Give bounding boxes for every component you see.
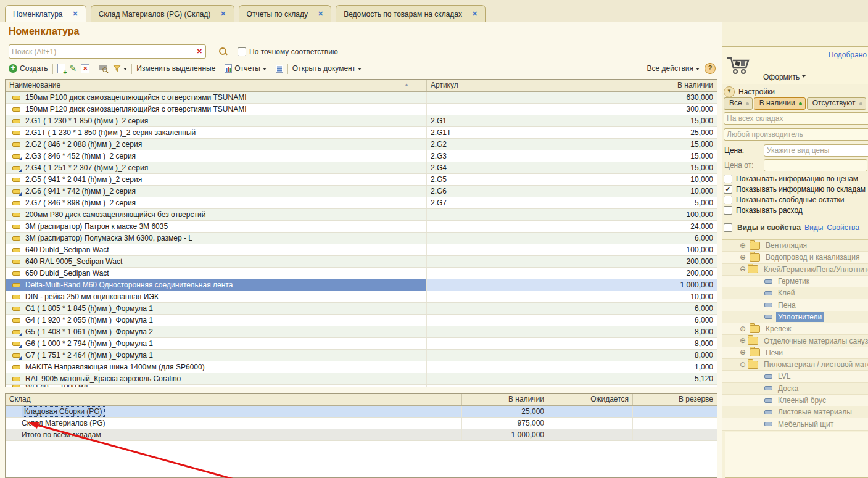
table-row[interactable]: RAL 9005 матовый_Краска аэрозоль Coralin… — [6, 373, 717, 385]
picked-link[interactable]: Подобрано — [829, 51, 867, 59]
delete-button[interactable]: ✕ — [81, 64, 89, 73]
tree-item[interactable]: ⊕Вентиляция — [722, 240, 868, 252]
table-row[interactable]: 200мм P80 диск самозацепляющийся без отв… — [6, 209, 717, 221]
warehouse-row[interactable]: Итого по всем складам1 000,000 — [6, 429, 717, 441]
checkbox[interactable]: ✔ — [724, 185, 732, 194]
column-header-expected[interactable]: Ожидается — [548, 394, 632, 405]
table-row[interactable]: 150мм P100 диск самозацепляющийся с отве… — [6, 92, 717, 104]
tree-item[interactable]: ⊕Водопровод и канализация — [722, 252, 868, 263]
clear-search-icon[interactable]: ✕ — [194, 47, 205, 56]
exact-match-checkbox[interactable] — [238, 47, 246, 56]
search-input[interactable] — [9, 47, 194, 56]
column-header-stock[interactable]: В наличии — [592, 80, 717, 91]
tab-Отчеты по складу[interactable]: Отчеты по складу✕ — [239, 5, 332, 22]
related-list-icon[interactable] — [276, 65, 283, 73]
filter-button-В наличии[interactable]: В наличии — [754, 97, 806, 110]
tree-item[interactable]: Клееный брус — [722, 395, 868, 406]
types-link[interactable]: Виды — [804, 223, 823, 232]
tree-item[interactable]: Уплотнители — [722, 311, 868, 323]
table-row[interactable]: 2.G1 ( 1 230 * 1 850 (h)мм )_2 серия2.G1… — [6, 115, 717, 127]
tree-item[interactable]: ⊕Печи — [722, 347, 868, 359]
table-row[interactable]: G5 ( 1 408 * 1 061 (h)мм )_Формула 28,00… — [6, 326, 717, 338]
collapse-toggle-icon[interactable]: ▼ — [724, 86, 735, 97]
manufacturer-filter-input[interactable] — [724, 128, 868, 141]
close-icon[interactable]: ✕ — [472, 10, 477, 18]
expand-icon[interactable]: ⊕ — [740, 242, 748, 250]
tree-item[interactable]: ⊕Отделочные материалы санузла — [722, 335, 868, 347]
tree-item[interactable]: Доска — [722, 383, 868, 395]
table-row[interactable]: 2.G1T ( 1 230 * 1 850 (h)мм )_2 серия за… — [6, 127, 717, 139]
table-row[interactable]: 2.G7 ( 846 * 898 (h)мм )_2 серия2.G75,00… — [6, 197, 717, 209]
column-header-sku[interactable]: Артикул — [426, 80, 592, 91]
table-row[interactable]: 2.G3 ( 846 * 452 (h)мм )_2 серия2.G315,0… — [6, 150, 717, 162]
help-button[interactable]: ? — [705, 63, 716, 74]
table-row[interactable]: 3М (распиратор) Патрон к маске 3М 603524… — [6, 221, 717, 233]
close-icon[interactable]: ✕ — [318, 10, 323, 18]
properties-link[interactable]: Свойства — [827, 223, 859, 232]
expand-icon[interactable]: ⊕ — [740, 337, 746, 345]
table-row[interactable]: 2.G6 ( 941 * 742 (h)мм )_2 серия2.G610,0… — [6, 186, 717, 197]
tree-item[interactable]: ⊖Пиломатериал / листовой материал — [722, 359, 868, 371]
tree-item[interactable]: ⊖Клей/Герметик/Пена/Уплотнители — [722, 264, 868, 276]
expand-icon[interactable]: ⊕ — [740, 253, 748, 262]
tab-Номенклатура[interactable]: Номенклатура✕ — [5, 5, 86, 22]
column-header-reserved[interactable]: В резерве — [632, 394, 717, 405]
edit-pencil-icon[interactable]: ✎ — [70, 64, 77, 73]
table-row[interactable]: 640 Dubld_Sedipan Wact100,000 — [6, 244, 717, 256]
table-row[interactable]: 2.G5 ( 941 * 2 041 (h)мм )_2 серия2.G510… — [6, 174, 717, 186]
table-row[interactable]: DIN - рейка 250 мм оцинкованная ИЭК10,00… — [6, 291, 717, 303]
types-props-checkbox[interactable] — [724, 223, 732, 232]
filter-button-Все[interactable]: Все — [724, 97, 753, 110]
checkbox[interactable] — [724, 196, 732, 204]
column-header-warehouse[interactable]: Склад — [6, 394, 461, 405]
table-row[interactable]: 2.G4 ( 1 251 * 2 307 (h)мм )_2 серия2.G4… — [6, 162, 717, 174]
barcode-search-icon[interactable] — [99, 64, 109, 73]
table-row[interactable]: G4 ( 1 920 * 2 055 (h)мм )_Формула 16,00… — [6, 315, 717, 326]
tree-item[interactable]: Клей — [722, 287, 868, 299]
tree-item[interactable]: Пена — [722, 299, 868, 311]
checkbox[interactable] — [724, 206, 732, 215]
table-row[interactable]: 150мм P120 диск самозацепляющийся с отве… — [6, 104, 717, 115]
warehouse-row[interactable]: Кладовая Сборки (PG)25,000 — [6, 406, 717, 418]
column-header-stock[interactable]: В наличии — [461, 394, 548, 405]
tab-Ведомость по товарам на складах[interactable]: Ведомость по товарам на складах✕ — [336, 5, 486, 22]
all-actions-button[interactable]: Все действия — [647, 64, 700, 73]
edit-selected-button[interactable]: Изменить выделенные — [136, 64, 215, 73]
table-row[interactable]: 650 Dubld_Sedipan Wact200,000 — [6, 268, 717, 279]
tree-item[interactable]: Мебельный щит — [722, 418, 868, 430]
filter-button[interactable] — [113, 65, 127, 73]
tree-item[interactable]: Листовые материалы — [722, 406, 868, 418]
expand-icon[interactable]: ⊕ — [740, 325, 748, 333]
filter-button-Отсутствуют[interactable]: Отсутствуют — [807, 97, 866, 110]
table-row[interactable]: 640 RAL 9005_Sedipan Wact200,000 — [6, 256, 717, 268]
cart-icon[interactable] — [725, 54, 751, 76]
close-icon[interactable]: ✕ — [73, 10, 78, 18]
tab-Склад Материалов (PG) (Склад)[interactable]: Склад Материалов (PG) (Склад)✕ — [91, 5, 234, 22]
collapse-icon[interactable]: ⊖ — [740, 361, 746, 369]
sort-ascending-icon[interactable]: ▲ — [404, 83, 409, 88]
tree-item[interactable]: ⊕Крепеж — [722, 323, 868, 335]
table-row[interactable]: G1 ( 1 805 * 1 845 (h)мм )_Формула 16,00… — [6, 303, 717, 315]
table-row[interactable]: Delta-Multi-Band M60 Односторонняя соеди… — [6, 279, 717, 291]
table-row[interactable]: G7 ( 1 751 * 2 464 (h)мм )_Формула 18,00… — [6, 350, 717, 361]
table-row[interactable]: G6 ( 1 000 * 2 794 (h)мм )_Формула 18,00… — [6, 338, 717, 350]
warehouse-row[interactable]: Склад Материалов (PG)975,000 — [6, 418, 717, 429]
column-header-name[interactable]: Наименование ▲ — [6, 80, 426, 91]
price-from-input[interactable] — [764, 159, 867, 171]
open-document-button[interactable]: Открыть документ — [292, 64, 362, 73]
table-row[interactable]: 3М (распиратор) Полумаска 3М 6300, разме… — [6, 233, 717, 244]
expand-icon[interactable]: ⊕ — [740, 348, 748, 356]
table-row[interactable]: WD-40 … 1000 мл — [6, 385, 717, 387]
table-row[interactable]: MAKITA Направляющая шина 1400мм (для SP6… — [6, 361, 717, 373]
tree-item[interactable]: Герметик — [722, 276, 868, 287]
price-kind-input[interactable] — [764, 144, 868, 157]
collapse-icon[interactable]: ⊖ — [740, 265, 746, 273]
checkout-button[interactable]: Оформить — [763, 73, 806, 81]
create-button[interactable]: + Создать — [9, 64, 48, 73]
close-icon[interactable]: ✕ — [220, 10, 226, 18]
reports-button[interactable]: Отчеты — [225, 64, 266, 73]
checkbox[interactable] — [724, 175, 732, 183]
warehouse-filter-input[interactable] — [724, 112, 868, 125]
search-icon[interactable] — [218, 47, 228, 56]
tree-item[interactable]: LVL — [722, 371, 868, 382]
